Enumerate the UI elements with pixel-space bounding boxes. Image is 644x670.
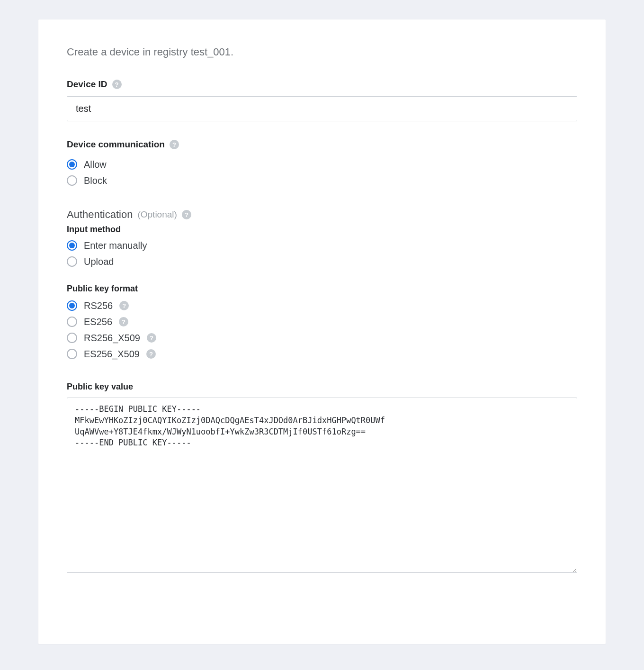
help-icon[interactable]: ?: [182, 210, 191, 219]
optional-text: (Optional): [137, 209, 177, 220]
radio-label: Upload: [84, 256, 114, 267]
radio-icon: [67, 333, 77, 343]
help-icon[interactable]: ?: [147, 333, 156, 343]
authentication-heading: Authentication (Optional) ?: [67, 208, 577, 221]
radio-label: Enter manually: [84, 240, 147, 251]
radio-label: ES256: [84, 317, 112, 327]
radio-option-rs256-x509[interactable]: RS256_X509 ?: [67, 330, 577, 346]
device-id-label: Device ID: [67, 79, 107, 90]
help-icon[interactable]: ?: [119, 317, 128, 326]
help-icon[interactable]: ?: [119, 301, 129, 310]
public-key-format-label: Public key format: [67, 284, 577, 294]
radio-icon: [67, 256, 77, 267]
input-method-label: Input method: [67, 225, 577, 235]
radio-option-block[interactable]: Block: [67, 172, 577, 189]
radio-icon: [67, 175, 77, 186]
radio-icon: [67, 159, 77, 170]
public-key-value-label: Public key value: [67, 382, 577, 392]
public-key-value-textarea[interactable]: [67, 398, 577, 573]
create-device-form: Create a device in registry test_001. De…: [38, 19, 606, 644]
device-id-input[interactable]: [67, 96, 577, 121]
radio-icon: [67, 317, 77, 327]
form-intro: Create a device in registry test_001.: [67, 46, 577, 58]
public-key-value-field: Public key value: [67, 382, 577, 575]
device-communication-label: Device communication: [67, 139, 165, 150]
authentication-label: Authentication: [67, 208, 133, 221]
radio-label: Block: [84, 175, 107, 186]
radio-icon: [67, 349, 77, 359]
device-id-field: Device ID ?: [67, 79, 577, 121]
help-icon[interactable]: ?: [112, 80, 122, 89]
radio-label: RS256_X509: [84, 333, 140, 344]
help-icon[interactable]: ?: [170, 140, 179, 149]
radio-option-rs256[interactable]: RS256 ?: [67, 298, 577, 314]
radio-option-allow[interactable]: Allow: [67, 156, 577, 172]
radio-label: ES256_X509: [84, 349, 140, 360]
radio-icon: [67, 240, 77, 251]
radio-label: RS256: [84, 300, 113, 311]
public-key-format-radio-group: RS256 ? ES256 ? RS256_X509 ? ES256_X509 …: [67, 298, 577, 362]
radio-label: Allow: [84, 159, 107, 170]
help-icon[interactable]: ?: [146, 349, 156, 359]
radio-option-enter-manually[interactable]: Enter manually: [67, 237, 577, 254]
device-communication-radio-group: Allow Block: [67, 156, 577, 189]
radio-icon: [67, 300, 77, 311]
input-method-field: Input method Enter manually Upload: [67, 225, 577, 270]
radio-option-es256-x509[interactable]: ES256_X509 ?: [67, 346, 577, 362]
input-method-radio-group: Enter manually Upload: [67, 237, 577, 270]
radio-option-es256[interactable]: ES256 ?: [67, 314, 577, 330]
public-key-format-field: Public key format RS256 ? ES256 ? RS256_…: [67, 284, 577, 362]
device-communication-field: Device communication ? Allow Block: [67, 139, 577, 189]
radio-option-upload[interactable]: Upload: [67, 254, 577, 270]
